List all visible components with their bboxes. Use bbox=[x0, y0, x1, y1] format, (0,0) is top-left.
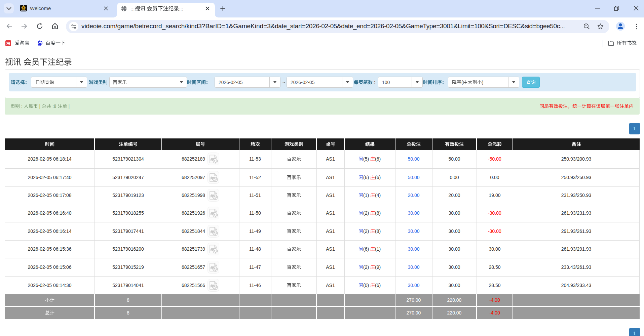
svg-text:(8): (8) bbox=[375, 228, 381, 234]
svg-text:(6): (6) bbox=[375, 156, 381, 162]
svg-text:|: | bbox=[67, 103, 70, 109]
svg-text:(: ( bbox=[461, 80, 463, 85]
svg-text:(2): (2) bbox=[363, 264, 370, 270]
svg-text:(0): (0) bbox=[363, 283, 370, 288]
svg-text:(6): (6) bbox=[375, 283, 381, 288]
svg-text:(1): (1) bbox=[363, 193, 370, 198]
svg-text::8: :8 bbox=[51, 103, 58, 109]
svg-text:(6): (6) bbox=[375, 175, 381, 180]
svg-text:(2): (2) bbox=[363, 210, 370, 216]
svg-text:(9): (9) bbox=[375, 264, 381, 270]
svg-text:|: | bbox=[38, 103, 42, 109]
svg-text:): ) bbox=[482, 80, 484, 85]
svg-text:(2): (2) bbox=[363, 228, 370, 234]
svg-text:(1): (1) bbox=[375, 246, 381, 252]
svg-text::::: ::: bbox=[179, 6, 183, 11]
svg-text::: : bbox=[373, 80, 375, 85]
svg-text:(4): (4) bbox=[375, 193, 381, 198]
svg-text:(5): (5) bbox=[363, 156, 370, 162]
svg-text:~: ~ bbox=[282, 80, 285, 85]
svg-text::::: ::: bbox=[130, 6, 135, 11]
svg-text:(6): (6) bbox=[363, 246, 370, 252]
svg-text:淘: 淘 bbox=[6, 41, 10, 45]
svg-text::: : bbox=[20, 103, 24, 109]
svg-text:(8): (8) bbox=[375, 210, 381, 216]
svg-text:(6): (6) bbox=[363, 175, 370, 180]
